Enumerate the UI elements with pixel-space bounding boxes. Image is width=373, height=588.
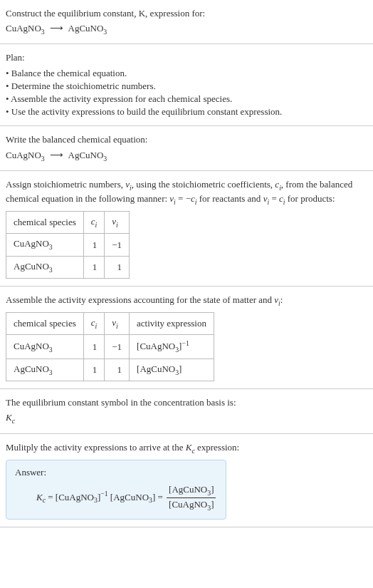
col-activity: activity expression — [130, 313, 214, 335]
num-text: [AgCuNO — [169, 484, 207, 495]
product-sub: 3 — [103, 28, 107, 36]
plan-item: • Balance the chemical equation. — [6, 67, 367, 80]
expr-close: ] — [179, 363, 182, 374]
table-header-row: chemical species ci νi — [6, 212, 130, 234]
col-c: ci — [83, 313, 105, 335]
K: K — [6, 412, 12, 423]
cell-activity: [AgCuNO3] — [130, 359, 214, 381]
table-header-row: chemical species ci νi activity expressi… — [6, 313, 214, 335]
cell-nu: 1 — [105, 359, 130, 381]
stoich-table: chemical species ci νi CuAgNO3 1 −1 AgCu… — [6, 211, 130, 279]
product: AgCuNO — [68, 23, 104, 33]
answer-equation: Kc = [CuAgNO3]−1 [AgCuNO3] = [AgCuNO3][C… — [15, 483, 217, 512]
col-c: ci — [83, 212, 105, 234]
product: AgCuNO — [68, 150, 104, 160]
plan-item: • Determine the stoichiometric numbers. — [6, 80, 367, 93]
cell-species: AgCuNO3 — [6, 256, 84, 278]
cell-c: 1 — [83, 234, 105, 256]
text: Mulitply the activity expressions to arr… — [6, 442, 186, 453]
expr-sup: −1 — [182, 339, 189, 347]
prompt-equation: CuAgNO3 ⟶ AgCuNO3 — [6, 22, 367, 36]
text: = — [269, 193, 279, 204]
cell-c: 1 — [83, 359, 105, 381]
species: AgCuNO — [14, 363, 49, 374]
plan-title: Plan: — [6, 51, 367, 64]
text: = − — [176, 193, 191, 204]
frac-den: [CuAgNO3] — [167, 498, 216, 512]
col-nu: νi — [105, 313, 130, 335]
equals: = — [46, 492, 56, 502]
frac-num: [AgCuNO3] — [167, 483, 216, 498]
product-sub: 3 — [103, 154, 107, 162]
term-sup: −1 — [100, 490, 107, 497]
text: for products: — [285, 193, 335, 204]
expr: [CuAgNO — [137, 341, 175, 352]
term: [AgCuNO — [108, 492, 149, 502]
col-species: chemical species — [6, 212, 84, 234]
plan-item: • Use the activity expressions to build … — [6, 105, 367, 118]
prompt-text: Construct the equilibrium constant, K, e… — [6, 7, 367, 20]
term-close: ] = — [152, 492, 165, 502]
species: CuAgNO — [14, 238, 49, 249]
expr: [AgCuNO — [137, 363, 175, 374]
nu-sub: i — [116, 322, 118, 330]
cell-activity: [CuAgNO3]−1 — [130, 335, 214, 359]
reactant: CuAgNO — [6, 23, 41, 33]
K: K — [36, 492, 43, 502]
table-row: CuAgNO3 1 −1 — [6, 234, 130, 256]
final-title: Mulitply the activity expressions to arr… — [6, 441, 367, 455]
c-sub: i — [95, 221, 98, 229]
species-sub: 3 — [49, 265, 53, 273]
symbol-title: The equilibrium constant symbol in the c… — [6, 396, 367, 409]
table-row: AgCuNO3 1 1 [AgCuNO3] — [6, 359, 214, 381]
text: for reactants and — [197, 193, 263, 204]
reactant-sub: 3 — [41, 28, 45, 36]
cell-species: CuAgNO3 — [6, 335, 84, 359]
cell-nu: 1 — [105, 256, 130, 278]
nu-sub: i — [116, 221, 118, 229]
term: [CuAgNO — [56, 492, 94, 502]
prompt-leading: Construct the equilibrium constant, K, e… — [6, 8, 205, 19]
stoich-intro: Assign stoichiometric numbers, νi, using… — [6, 178, 367, 207]
balanced-equation: CuAgNO3 ⟶ AgCuNO3 — [6, 149, 367, 163]
activity-title: Assemble the activity expressions accoun… — [6, 294, 367, 308]
balanced-section: Write the balanced chemical equation: Cu… — [0, 126, 373, 170]
arrow: ⟶ — [50, 150, 63, 160]
text: Assemble the activity expressions accoun… — [6, 294, 274, 305]
text: expression: — [195, 442, 239, 453]
table-row: AgCuNO3 1 1 — [6, 256, 130, 278]
plan-item: • Assemble the activity expression for e… — [6, 93, 367, 105]
symbol-section: The equilibrium constant symbol in the c… — [0, 389, 373, 433]
table-row: CuAgNO3 1 −1 [CuAgNO3]−1 — [6, 335, 214, 359]
num-close: ] — [211, 484, 214, 495]
reactant-sub: 3 — [41, 154, 45, 162]
K-sub: c — [12, 417, 15, 425]
cell-species: AgCuNO3 — [6, 359, 84, 381]
reactant: CuAgNO — [6, 150, 41, 160]
activity-table: chemical species ci νi activity expressi… — [6, 312, 214, 381]
plan-section: Plan: • Balance the chemical equation. •… — [0, 44, 373, 126]
balanced-title: Write the balanced chemical equation: — [6, 133, 367, 146]
plan-list: • Balance the chemical equation. • Deter… — [6, 67, 367, 119]
cell-nu: −1 — [105, 335, 130, 359]
col-species: chemical species — [6, 313, 84, 335]
cell-species: CuAgNO3 — [6, 234, 84, 256]
answer-label: Answer: — [15, 466, 217, 479]
cell-nu: −1 — [105, 234, 130, 256]
final-section: Mulitply the activity expressions to arr… — [0, 434, 373, 527]
answer-box: Answer: Kc = [CuAgNO3]−1 [AgCuNO3] = [Ag… — [6, 460, 226, 520]
col-nu: νi — [105, 212, 130, 234]
symbol-expr: Kc — [6, 411, 367, 425]
species-sub: 3 — [49, 243, 53, 251]
species: AgCuNO — [14, 261, 49, 272]
activity-section: Assemble the activity expressions accoun… — [0, 287, 373, 389]
arrow: ⟶ — [50, 23, 63, 33]
den-close: ] — [211, 499, 214, 510]
c-sub: i — [95, 322, 98, 330]
text: , using the stoichiometric coefficients, — [132, 179, 275, 190]
species: CuAgNO — [14, 341, 49, 351]
text: : — [280, 294, 283, 305]
cell-c: 1 — [83, 256, 105, 278]
species-sub: 3 — [49, 345, 53, 353]
fraction: [AgCuNO3][CuAgNO3] — [167, 483, 216, 512]
